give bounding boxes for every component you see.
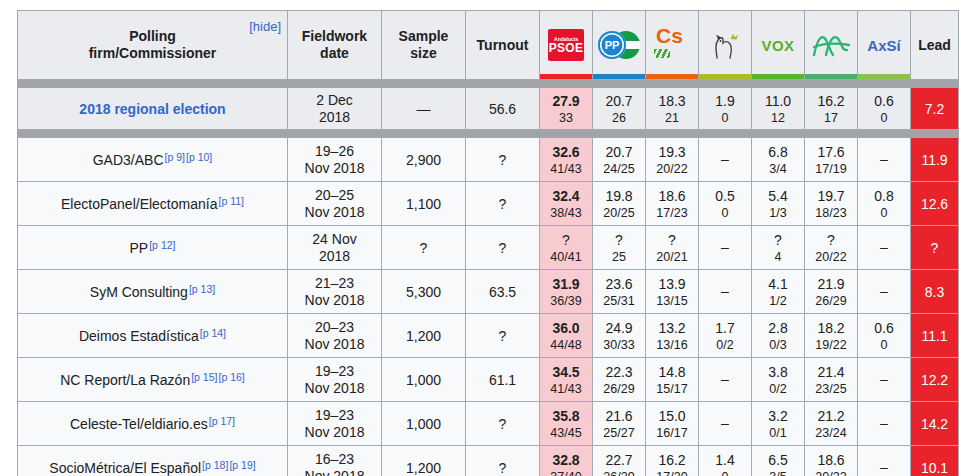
seat-projection: 0/2 [752, 382, 804, 397]
vote-share: 3.8 [752, 363, 804, 382]
result-cell-cs: 19.320/22 [646, 138, 699, 182]
hide-link[interactable]: [hide] [249, 18, 281, 35]
result-cell-axsi: 0.60 [858, 314, 911, 358]
result-cell-pacma: – [699, 138, 752, 182]
vox-logo-link[interactable]: VOX [752, 22, 804, 68]
cs-logo: Cs [652, 29, 692, 61]
polling-firm-name: ElectoPanel/Electomanía [61, 196, 217, 212]
polling-firm-name: NC Report/La Razón [60, 372, 190, 388]
seat-projection: 1/2 [752, 294, 804, 309]
vote-share: – [699, 414, 751, 433]
pp-logo-link[interactable]: PP [593, 22, 645, 68]
cs-logo-link[interactable]: Cs [646, 22, 698, 68]
result-cell-pacma: – [699, 402, 752, 446]
reference-link[interactable]: [p 9] [165, 151, 185, 163]
separator [18, 80, 959, 88]
cs-color-bar [646, 74, 698, 79]
reference-link[interactable]: [p 12] [149, 239, 175, 251]
seat-projection: 17/20 [646, 470, 698, 476]
vote-share: 11.0 [752, 92, 804, 111]
seat-projection: 23/25 [805, 382, 857, 397]
result-cell-cs: 13.913/15 [646, 270, 699, 314]
aa-logo-link[interactable] [805, 22, 857, 68]
seat-projection: 37/40 [540, 470, 592, 476]
seat-projection: 21 [646, 111, 698, 126]
seat-projection: 4 [752, 250, 804, 265]
sample-size-cell: ? [382, 226, 466, 270]
turnout-cell: 61.1 [466, 358, 540, 402]
reference-link[interactable]: [p 14] [200, 327, 226, 339]
result-cell-psoe: 32.641/43 [540, 138, 593, 182]
result-cell-pp: 20.726 [593, 88, 646, 130]
seat-projection: 38/43 [540, 206, 592, 221]
result-cell-aa: 19.718/23 [805, 182, 858, 226]
firm-cell: ElectoPanel/Electomanía[p 11] [18, 182, 288, 226]
poll-row: Deimos Estadística[p 14]20–23 Nov 20181,… [18, 314, 959, 358]
result-cell-vox: 6.53/5 [752, 446, 805, 476]
seat-projection: 33 [540, 111, 592, 126]
seat-projection: 20/21 [646, 250, 698, 265]
vote-share: 18.6 [646, 187, 698, 206]
axsi-logo-link[interactable]: AxSí [858, 22, 910, 68]
reference-link[interactable]: [p 11] [218, 195, 244, 207]
reference-link[interactable]: [p 17] [209, 415, 235, 427]
vote-share: 5.4 [752, 187, 804, 206]
reference-link[interactable]: [p 15] [191, 371, 217, 383]
polling-firm-name[interactable]: 2018 regional election [79, 101, 225, 117]
seat-projection: 0/3 [752, 338, 804, 353]
seat-projection: 13/15 [646, 294, 698, 309]
vote-share: 21.9 [805, 275, 857, 294]
vote-share: 22.7 [593, 451, 645, 470]
seat-projection: 3/5 [752, 470, 804, 476]
firm-cell: SyM Consulting[p 13] [18, 270, 288, 314]
result-cell-pacma: 1.90 [699, 88, 752, 130]
vote-share: 20.7 [593, 143, 645, 162]
psoe-logo-link[interactable]: AndalucíaPSOE [540, 22, 592, 68]
fieldwork-date-cell: 16–23 Nov 2018 [288, 446, 382, 476]
seat-projection: 0 [699, 470, 751, 476]
sample-size-cell: 5,300 [382, 270, 466, 314]
reference-link[interactable]: [p 13] [189, 283, 215, 295]
vote-share: 32.6 [540, 143, 592, 162]
vote-share: – [858, 282, 910, 301]
vote-share: 6.5 [752, 451, 804, 470]
seat-projection: 43/45 [540, 426, 592, 441]
vote-share: ? [540, 231, 592, 250]
polling-firm-name: Deimos Estadística [79, 328, 199, 344]
result-cell-axsi: – [858, 446, 911, 476]
seat-projection: 20/22 [805, 470, 857, 476]
reference-link[interactable]: [p 16] [218, 371, 244, 383]
psoe-header: AndalucíaPSOE [540, 11, 593, 80]
poll-row: PP[p 12]24 Nov 2018???40/41?25?20/21–?4?… [18, 226, 959, 270]
seat-projection: 12 [752, 111, 804, 126]
result-cell-pacma: 0.50 [699, 182, 752, 226]
result-cell-vox: 3.80/2 [752, 358, 805, 402]
turnout-cell: 56.6 [466, 88, 540, 130]
separator-band [18, 130, 959, 138]
seat-projection: 17 [805, 111, 857, 126]
result-cell-psoe: 35.843/45 [540, 402, 593, 446]
pacma-animal-sketch-icon [710, 31, 740, 60]
pacma-logo-link[interactable] [699, 22, 751, 68]
result-cell-aa: 18.219/22 [805, 314, 858, 358]
result-cell-psoe: 34.541/43 [540, 358, 593, 402]
vote-share: 19.8 [593, 187, 645, 206]
seat-projection: 13/16 [646, 338, 698, 353]
reference-link[interactable]: [p 10] [186, 151, 212, 163]
pp-logo: PP [596, 30, 642, 60]
turnout-cell: ? [466, 226, 540, 270]
reference-link[interactable]: [p 19] [229, 459, 255, 471]
reference-link[interactable]: [p 18] [202, 459, 228, 471]
election-result-row: 2018 regional election2 Dec 2018—56.627.… [18, 88, 959, 130]
result-cell-psoe: 27.933 [540, 88, 593, 130]
vote-share: 24.9 [593, 319, 645, 338]
result-cell-vox: 2.80/3 [752, 314, 805, 358]
result-cell-vox: 11.012 [752, 88, 805, 130]
vote-share: 6.8 [752, 143, 804, 162]
seat-projection: 24/25 [593, 162, 645, 177]
seat-projection: 3/4 [752, 162, 804, 177]
vote-share: 32.4 [540, 187, 592, 206]
vote-share: 13.9 [646, 275, 698, 294]
result-cell-pacma: – [699, 270, 752, 314]
pacma-header [699, 11, 752, 80]
